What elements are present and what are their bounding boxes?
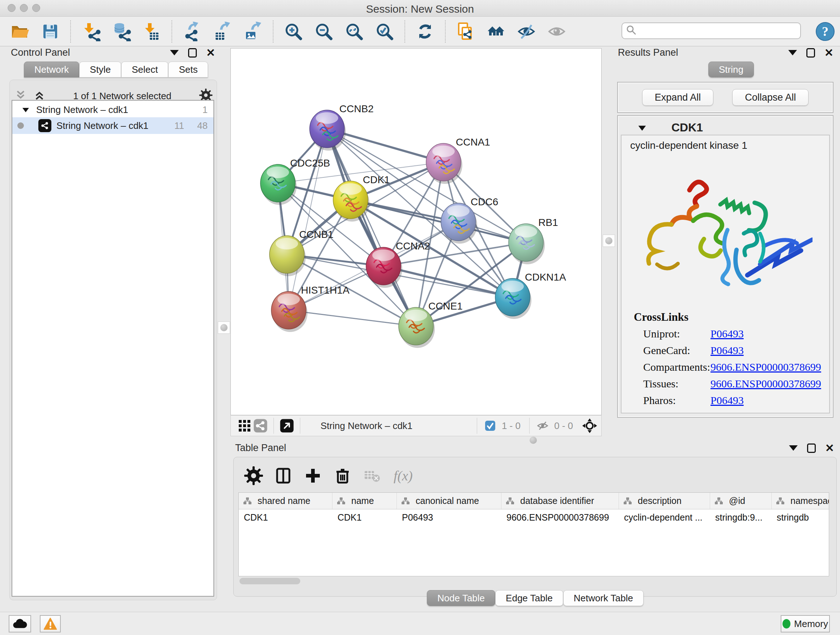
column-header-shared-name[interactable]: shared name bbox=[239, 493, 332, 509]
network-node-cdc25b[interactable]: CDC25B bbox=[261, 157, 330, 205]
column-header-database-identifier[interactable]: database identifier bbox=[501, 493, 619, 509]
control-panel-title: Control Panel bbox=[11, 47, 70, 58]
network-node-rb1[interactable]: RB1 bbox=[508, 217, 558, 264]
network-node-cdc6[interactable]: CDC6 bbox=[441, 196, 498, 244]
hide-selected-icon[interactable] bbox=[516, 21, 537, 42]
maximize-panel-icon[interactable] bbox=[188, 48, 197, 57]
grid-view-icon[interactable] bbox=[237, 418, 253, 434]
table-cell[interactable]: stringdb:9... bbox=[710, 509, 772, 528]
float-panel-icon[interactable] bbox=[170, 50, 179, 55]
show-columns-icon[interactable] bbox=[273, 465, 294, 486]
hidden-eye-icon bbox=[535, 418, 551, 434]
fit-content-icon[interactable] bbox=[582, 418, 598, 434]
import-table-icon[interactable] bbox=[141, 21, 162, 42]
crosslink-row-pharos: Pharos:P06493 bbox=[643, 394, 824, 407]
collapse-section-icon[interactable] bbox=[637, 122, 647, 133]
crosslink-link[interactable]: P06493 bbox=[711, 394, 744, 407]
gear-icon[interactable] bbox=[243, 465, 264, 486]
close-panel-icon[interactable]: ✕ bbox=[825, 443, 834, 453]
network-tree: String Network – cdk1 1 String Network –… bbox=[11, 100, 214, 597]
import-database-icon[interactable] bbox=[111, 21, 132, 42]
column-header-canonical-name[interactable]: canonical name bbox=[397, 493, 501, 509]
column-header-description[interactable]: description bbox=[619, 493, 710, 509]
close-panel-icon[interactable]: ✕ bbox=[206, 48, 215, 57]
network-node-ccne1[interactable]: CCNE1 bbox=[399, 301, 463, 348]
save-icon[interactable] bbox=[40, 21, 61, 42]
table-cell[interactable]: 9606.ENSP00000378699 bbox=[501, 509, 619, 528]
close-panel-icon[interactable]: ✕ bbox=[824, 48, 834, 57]
export-table-icon[interactable] bbox=[212, 21, 233, 42]
open-file-icon[interactable] bbox=[9, 21, 30, 42]
cloud-button[interactable] bbox=[9, 615, 31, 632]
node-count: 11 bbox=[174, 120, 184, 131]
table-cell[interactable]: CDK1 bbox=[332, 509, 397, 528]
float-panel-icon[interactable] bbox=[788, 50, 797, 55]
tree-row-collection[interactable]: String Network – cdk1 1 bbox=[12, 101, 213, 117]
tab-sets[interactable]: Sets bbox=[168, 62, 208, 78]
copy-document-icon[interactable] bbox=[455, 21, 476, 42]
tab-network-table[interactable]: Network Table bbox=[563, 590, 644, 606]
network-node-cdkn1a[interactable]: CDKN1A bbox=[495, 272, 566, 319]
tab-node-table[interactable]: Node Table bbox=[427, 590, 495, 606]
horizontal-scrollbar[interactable] bbox=[240, 578, 300, 584]
help-button[interactable]: ? bbox=[815, 21, 836, 42]
maximize-panel-icon[interactable] bbox=[807, 443, 816, 453]
memory-button[interactable]: Memory bbox=[781, 615, 830, 632]
node-label-ccna2: CCNA2 bbox=[396, 241, 430, 252]
node-label-ccnb1: CCNB1 bbox=[299, 229, 333, 240]
first-neighbors-icon[interactable] bbox=[485, 21, 507, 42]
search-input[interactable] bbox=[637, 25, 792, 36]
table-cell[interactable]: P06493 bbox=[397, 509, 501, 528]
tab-edge-table[interactable]: Edge Table bbox=[495, 590, 563, 606]
tab-network[interactable]: Network bbox=[24, 62, 79, 78]
collapse-all-button[interactable]: Collapse All bbox=[732, 89, 808, 106]
refresh-icon[interactable] bbox=[415, 21, 436, 42]
table-cell[interactable]: cyclin-dependent ... bbox=[619, 509, 710, 528]
title-bar: Session: New Session bbox=[0, 0, 840, 17]
birdseye-view-icon[interactable] bbox=[279, 418, 295, 434]
zoom-out-icon[interactable] bbox=[313, 21, 334, 42]
float-panel-icon[interactable] bbox=[789, 445, 798, 451]
column-header--id[interactable]: @id bbox=[710, 493, 772, 509]
export-network-icon[interactable] bbox=[182, 21, 202, 42]
network-canvas[interactable]: CCNB2CCNA1CDC25BCDK1CDC6RB1CCNB1CCNA2CDK… bbox=[231, 48, 602, 415]
network-node-cdk1[interactable]: CDK1 bbox=[333, 174, 390, 222]
add-icon[interactable] bbox=[302, 465, 324, 486]
tree-row-network[interactable]: String Network – cdk1 11 48 bbox=[12, 117, 213, 134]
column-header-name[interactable]: name bbox=[332, 493, 397, 509]
tab-string[interactable]: String bbox=[708, 62, 754, 78]
table-header-row: shared namenamecanonical namedatabase id… bbox=[239, 493, 829, 509]
right-splitter-handle[interactable] bbox=[603, 234, 615, 247]
control-panel-tabs: NetworkStyleSelectSets bbox=[24, 62, 208, 78]
network-node-hist1h1a[interactable]: HIST1H1A bbox=[271, 285, 349, 332]
zoom-in-icon[interactable] bbox=[283, 21, 304, 42]
delete-icon[interactable] bbox=[332, 465, 353, 486]
import-network-icon[interactable] bbox=[80, 21, 101, 42]
crosslink-link[interactable]: P06493 bbox=[711, 344, 744, 356]
tab-style[interactable]: Style bbox=[79, 62, 121, 78]
network-node-ccnb2[interactable]: CCNB2 bbox=[309, 103, 374, 150]
network-node-ccna1[interactable]: CCNA1 bbox=[426, 136, 490, 184]
warning-icon bbox=[43, 618, 57, 630]
crosslink-link[interactable]: 9606.ENSP00000378699 bbox=[711, 361, 821, 373]
crosslink-link[interactable]: P06493 bbox=[711, 328, 744, 340]
left-splitter-handle[interactable] bbox=[218, 321, 230, 334]
table-cell[interactable]: CDK1 bbox=[239, 509, 332, 528]
zoom-fit-icon[interactable] bbox=[344, 21, 365, 42]
export-image-icon[interactable] bbox=[242, 21, 264, 42]
node-table[interactable]: shared namenamecanonical namedatabase id… bbox=[238, 492, 829, 576]
table-row[interactable]: CDK1CDK1P064939606.ENSP00000378699cyclin… bbox=[239, 509, 829, 528]
warning-button[interactable] bbox=[40, 615, 61, 632]
memory-label: Memory bbox=[794, 618, 828, 630]
tab-select[interactable]: Select bbox=[121, 62, 168, 78]
expand-all-button[interactable]: Expand All bbox=[642, 89, 714, 106]
column-header-namespace[interactable]: namespace bbox=[772, 493, 829, 509]
table-panel-title: Table Panel bbox=[235, 442, 286, 454]
network-node-ccnb1[interactable]: CCNB1 bbox=[270, 229, 333, 276]
network-view-icon[interactable] bbox=[253, 418, 268, 434]
crosslink-label: Pharos: bbox=[643, 394, 676, 406]
maximize-panel-icon[interactable] bbox=[806, 48, 815, 57]
zoom-selected-icon[interactable] bbox=[374, 21, 395, 42]
table-cell[interactable]: stringdb bbox=[772, 509, 829, 528]
crosslink-link[interactable]: 9606.ENSP00000378699 bbox=[711, 378, 821, 390]
